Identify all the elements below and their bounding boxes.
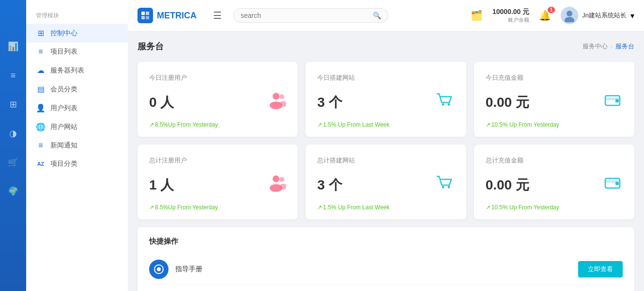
stat-label: 今日注册用户 [149, 73, 286, 82]
svg-rect-2 [141, 16, 145, 19]
stat-trend: 8.5%Up From Yesterday [149, 121, 286, 128]
stat-icon-users [266, 90, 286, 115]
header: METRICA ☰ 🔍 🗂️ 10000.00 元 账户余额 🔔 1 [128, 0, 644, 31]
sidebar-item-servers[interactable]: ☁ 服务器列表 [26, 61, 128, 80]
user-avatar[interactable]: Jn建站系统站长 ▾ [561, 7, 634, 24]
quick-op-item: 指导手册 立即查看 [149, 254, 623, 285]
svg-point-8 [279, 94, 284, 99]
sidebar-item-categories[interactable]: AZ 项目分类 [26, 155, 128, 173]
notification-button[interactable]: 🔔 1 [539, 10, 551, 21]
icon-bar-chart[interactable]: 📊 [5, 39, 21, 54]
logo-box [138, 8, 153, 23]
quick-op-button[interactable]: 立即查看 [578, 261, 623, 277]
users-icon: 👤 [36, 103, 46, 113]
icon-bar-pie[interactable]: ◑ [5, 126, 21, 141]
sidebar-item-label: 用户列表 [50, 104, 77, 113]
hamburger-button[interactable]: ☰ [209, 8, 226, 23]
icon-bar-globe[interactable]: 🌍 [5, 184, 21, 199]
svg-point-6 [273, 93, 279, 100]
svg-point-20 [447, 186, 450, 189]
stat-value: 1 人 [149, 176, 174, 194]
sidebar-item-members[interactable]: ▤ 会员分类 [26, 80, 128, 99]
stat-body: 3 个 [317, 173, 454, 197]
icon-bar-cart[interactable]: 🛒 [5, 155, 21, 170]
stat-body: 0.00 元 [486, 90, 623, 115]
search-box: 🔍 [233, 8, 388, 23]
svg-rect-0 [141, 12, 145, 15]
sidebar-item-label: 控制中心 [50, 29, 77, 38]
sidebar-item-label: 会员分类 [50, 85, 77, 94]
stat-icon-wallet-total [602, 173, 623, 197]
quick-ops-title: 快捷操作 [149, 237, 623, 246]
sidebar-item-control[interactable]: ⊞ 控制中心 [26, 24, 128, 43]
stat-label: 总计充值金额 [486, 156, 623, 165]
search-input[interactable] [241, 12, 369, 19]
svg-point-15 [273, 175, 279, 182]
search-icon: 🔍 [373, 12, 381, 19]
notification-badge: 1 [548, 7, 555, 13]
breadcrumb-current: 服务台 [615, 42, 634, 51]
stat-value: 3 个 [317, 176, 342, 194]
op-name: 指导手册 [175, 265, 202, 274]
svg-point-11 [447, 103, 450, 106]
sidebar-item-news[interactable]: ≡ 新闻通知 [26, 136, 128, 155]
sidebar-item-label: 项目分类 [50, 160, 77, 168]
stat-body: 0 人 [149, 90, 286, 115]
news-icon: ≡ [36, 141, 46, 150]
stat-icon-wallet [602, 90, 623, 115]
stats-row-2: 总计注册用户 1 人 8.5%Up From Yesterday 总计搭建网站 … [138, 145, 634, 219]
page-header: 服务台 服务中心 › 服务台 [138, 41, 634, 52]
websites-icon: 🌐 [36, 122, 46, 131]
logo-icon [140, 11, 150, 20]
page-title: 服务台 [138, 41, 164, 52]
stat-card-today-sites: 今日搭建网站 3 个 1.5% Up From Last Week [306, 62, 466, 137]
avatar [561, 7, 578, 24]
stat-card-total-sites: 总计搭建网站 3 个 1.5% Up From Last Week [306, 145, 466, 219]
stat-value: 3 个 [317, 93, 342, 112]
stat-label: 今日充值金额 [486, 73, 623, 82]
stat-icon-cart [434, 90, 455, 115]
sidebar-item-label: 新闻通知 [50, 141, 77, 150]
account-amount: 10000.00 元 [492, 8, 529, 16]
svg-rect-23 [615, 182, 619, 185]
stat-trend: 1.5% Up From Last Week [317, 121, 454, 128]
user-chevron-icon: ▾ [630, 11, 634, 20]
stat-card-today-recharge: 今日充值金额 0.00 元 10.5% Up From Yesterday [474, 62, 634, 137]
svg-rect-1 [146, 12, 149, 15]
svg-point-19 [442, 186, 444, 189]
sidebar-item-label: 服务器列表 [50, 66, 84, 75]
sidebar-item-projects[interactable]: ≡ 项目列表 [26, 43, 128, 61]
stat-value: 0.00 元 [486, 176, 529, 194]
svg-point-5 [565, 17, 574, 22]
sidebar-item-websites[interactable]: 🌐 用户网站 [26, 117, 128, 136]
svg-point-17 [279, 177, 284, 182]
stats-row-1: 今日注册用户 0 人 8.5%Up From Yesterday 今日搭建网站 … [138, 62, 634, 137]
stat-label: 今日搭建网站 [317, 73, 454, 82]
sidebar-item-label: 项目列表 [50, 47, 77, 56]
stat-body: 1 人 [149, 173, 286, 197]
user-name: Jn建站系统站长 [582, 11, 627, 20]
brand-name: METRICA [157, 11, 197, 21]
stat-value: 0 人 [149, 93, 174, 112]
breadcrumb: 服务中心 › 服务台 [583, 42, 634, 51]
stat-trend: 10.5% Up From Yesterday [486, 121, 623, 128]
servers-icon: ☁ [36, 66, 46, 75]
svg-point-25 [157, 267, 161, 271]
quick-op-left: 指导手册 [149, 260, 202, 279]
stat-label: 总计搭建网站 [317, 156, 454, 165]
breadcrumb-parent: 服务中心 [583, 42, 608, 51]
logo: METRICA [138, 8, 197, 23]
stat-card-total-recharge: 总计充值金额 0.00 元 10.5% Up From Yesterday [474, 145, 634, 219]
stat-label: 总计注册用户 [149, 156, 286, 165]
account-balance: 10000.00 元 账户余额 [492, 8, 529, 24]
header-right: 🗂️ 10000.00 元 账户余额 🔔 1 Jn建站系统站长 ▾ [471, 7, 634, 24]
icon-bar-layers[interactable]: ≡ [5, 68, 21, 83]
icon-bar-grid[interactable]: ⊞ [5, 97, 21, 112]
svg-point-4 [567, 11, 572, 16]
stat-card-total-users: 总计注册用户 1 人 8.5%Up From Yesterday [138, 145, 298, 219]
projects-icon: ≡ [36, 47, 46, 56]
sidebar-item-users[interactable]: 👤 用户列表 [26, 99, 128, 117]
breadcrumb-separator: › [611, 43, 613, 50]
stat-trend: 8.5%Up From Yesterday [149, 204, 286, 211]
icon-bar: 📊 ≡ ⊞ ◑ 🛒 🌍 [0, 0, 26, 291]
